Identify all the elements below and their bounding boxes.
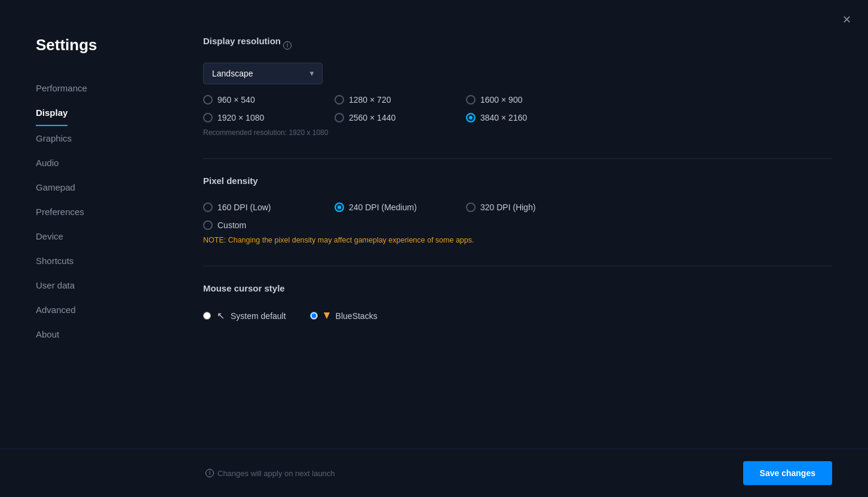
sidebar-item-graphics[interactable]: Graphics [36, 126, 167, 151]
dpi-240[interactable]: 240 DPI (Medium) [335, 203, 466, 212]
resolution-1600[interactable]: 1600 × 900 [466, 95, 597, 105]
resolution-3840[interactable]: 3840 × 2160 [466, 113, 597, 122]
close-button[interactable]: ✕ [840, 12, 854, 27]
dpi-240-radio[interactable] [335, 203, 344, 212]
dpi-custom-radio[interactable] [203, 220, 213, 230]
resolution-1280-radio[interactable] [335, 95, 344, 105]
recommended-resolution-text: Recommended resolution: 1920 x 1080 [203, 128, 832, 137]
page-title: Settings [36, 36, 167, 54]
cursor-system-option[interactable]: ↖ System default [203, 310, 286, 321]
cursor-options: ↖ System default BlueStacks [203, 310, 832, 321]
cursor-system-radio[interactable] [203, 312, 211, 320]
sidebar-item-about[interactable]: About [36, 322, 167, 346]
resolution-960-radio[interactable] [203, 95, 213, 105]
divider-2 [203, 266, 832, 266]
resolution-1600-radio[interactable] [466, 95, 476, 105]
sidebar-item-gamepad[interactable]: Gamepad [36, 175, 167, 200]
resolution-2560-radio[interactable] [335, 113, 344, 122]
pixel-density-title: Pixel density [203, 176, 258, 186]
display-resolution-info-icon: i [283, 41, 292, 50]
display-resolution-section: Display resolution i Landscape Portrait … [203, 36, 832, 137]
dpi-160[interactable]: 160 DPI (Low) [203, 203, 335, 212]
resolution-2560[interactable]: 2560 × 1440 [335, 113, 466, 122]
mouse-cursor-section: Mouse cursor style ↖ System default Blue… [203, 283, 832, 321]
landscape-dropdown-wrapper: Landscape Portrait ▼ [203, 63, 323, 84]
sidebar-item-preferences[interactable]: Preferences [36, 200, 167, 224]
save-changes-button[interactable]: Save changes [743, 461, 832, 485]
nav-list: Performance Display Graphics Audio Gamep… [36, 76, 167, 346]
resolution-960[interactable]: 960 × 540 [203, 95, 335, 105]
divider-1 [203, 158, 832, 159]
dpi-grid: 160 DPI (Low) 240 DPI (Medium) 320 DPI (… [203, 203, 832, 230]
system-cursor-icon: ↖ [217, 310, 225, 321]
main-content: Display resolution i Landscape Portrait … [167, 36, 868, 497]
footer: i Changes will apply on next launch Save… [0, 449, 868, 497]
resolution-3840-radio[interactable] [466, 113, 476, 122]
sidebar-item-performance[interactable]: Performance [36, 76, 167, 100]
footer-note: i Changes will apply on next launch [203, 469, 335, 478]
mouse-cursor-title: Mouse cursor style [203, 283, 285, 293]
cursor-bluestacks-option[interactable]: BlueStacks [310, 311, 378, 321]
sidebar-item-user-data[interactable]: User data [36, 273, 167, 297]
landscape-dropdown[interactable]: Landscape Portrait [203, 63, 323, 84]
resolution-1920[interactable]: 1920 × 1080 [203, 113, 335, 122]
resolution-grid: 960 × 540 1280 × 720 1600 × 900 1920 × 1… [203, 95, 832, 122]
dpi-320-radio[interactable] [466, 203, 476, 212]
sidebar-item-device[interactable]: Device [36, 224, 167, 249]
footer-info-icon: i [206, 469, 214, 477]
bluestacks-cursor-icon [324, 312, 330, 319]
display-resolution-title: Display resolution [203, 36, 281, 46]
resolution-1920-radio[interactable] [203, 113, 213, 122]
cursor-bluestacks-radio[interactable] [310, 312, 318, 320]
sidebar-item-advanced[interactable]: Advanced [36, 297, 167, 322]
dpi-160-radio[interactable] [203, 203, 213, 212]
pixel-density-note: NOTE: Changing the pixel density may aff… [203, 236, 832, 244]
sidebar: Settings Performance Display Graphics Au… [0, 36, 167, 497]
dpi-custom[interactable]: Custom [203, 220, 335, 230]
sidebar-item-shortcuts[interactable]: Shortcuts [36, 249, 167, 273]
settings-container: ✕ Settings Performance Display Graphics … [0, 0, 868, 497]
pixel-density-section: Pixel density 160 DPI (Low) 240 DPI (Med… [203, 176, 832, 244]
sidebar-item-display[interactable]: Display [36, 100, 68, 126]
sidebar-item-audio[interactable]: Audio [36, 151, 167, 175]
resolution-1280[interactable]: 1280 × 720 [335, 95, 466, 105]
dpi-320[interactable]: 320 DPI (High) [466, 203, 597, 212]
